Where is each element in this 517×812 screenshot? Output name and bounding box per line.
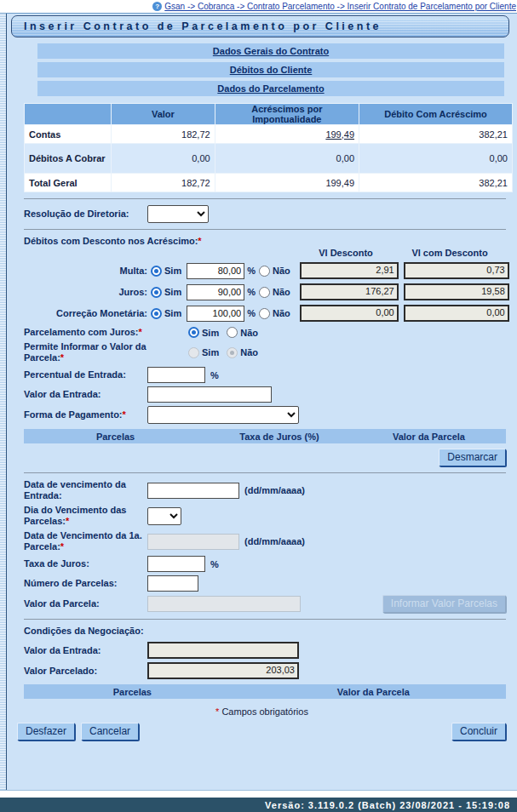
taxa-juros-label: Taxa de Juros: bbox=[24, 558, 147, 569]
breadcrumb[interactable]: Gsan -> Cobranca -> Contrato Parcelament… bbox=[164, 2, 516, 11]
divider bbox=[24, 198, 506, 199]
cancelar-button[interactable]: Cancelar bbox=[81, 723, 139, 741]
juros-nao-radio[interactable] bbox=[259, 287, 270, 298]
percent-sign: % bbox=[210, 559, 219, 569]
percentual-entrada-input[interactable] bbox=[147, 367, 205, 383]
resolucao-diretoria-label: Resolução de Diretoria: bbox=[24, 209, 147, 220]
taxa-juros-input[interactable] bbox=[147, 556, 205, 572]
data-vencimento-entrada-label: Data de vencimento da Entrada: bbox=[24, 479, 147, 501]
row-label: Débitos A Cobrar bbox=[25, 144, 112, 174]
required-note-text: Campos obrigatórios bbox=[221, 706, 308, 717]
help-icon[interactable]: ? bbox=[152, 2, 162, 11]
col-valor-parcela: Valor da Parcela bbox=[352, 432, 506, 442]
col-header-vl-com-desconto: Vl com Desconto bbox=[399, 248, 501, 258]
valor-parcela-input bbox=[147, 596, 301, 612]
cond-valor-entrada-label: Valor da Entrada: bbox=[24, 645, 147, 656]
numero-parcelas-input[interactable] bbox=[147, 575, 198, 592]
valor-parcelado-label: Valor Parcelado: bbox=[24, 666, 147, 677]
valor-entrada-label: Valor da Entrada: bbox=[24, 389, 147, 400]
permite-informar-sim-radio bbox=[188, 347, 199, 358]
concluir-button[interactable]: Concluir bbox=[451, 723, 506, 741]
correcao-vl-com-desconto-field: 0,00 bbox=[404, 305, 509, 322]
parcelamento-juros-nao-label: Não bbox=[240, 328, 258, 338]
multa-nao-label: Não bbox=[273, 266, 290, 276]
correcao-nao-radio[interactable] bbox=[259, 308, 270, 319]
correcao-percent-input[interactable] bbox=[187, 306, 244, 322]
correcao-sim-label: Sim bbox=[164, 308, 181, 318]
date-format-hint: (dd/mm/aaaa) bbox=[244, 536, 305, 546]
col-header-vl-desconto: Vl Desconto bbox=[298, 248, 393, 258]
forma-pagamento-select[interactable] bbox=[147, 406, 299, 424]
table-header-row: Valor Acréscimos por Impontualidade Débi… bbox=[25, 104, 513, 125]
section-bar-debitos-cliente: Débitos do Cliente bbox=[37, 62, 504, 77]
col-parcelas: Parcelas bbox=[24, 687, 241, 697]
valor-entrada-input[interactable] bbox=[147, 386, 272, 403]
multa-vl-desconto-field: 2,91 bbox=[300, 262, 399, 279]
percent-sign: % bbox=[210, 370, 219, 380]
col-parcelas: Parcelas bbox=[24, 432, 207, 442]
juros-percent-input[interactable] bbox=[187, 284, 244, 300]
link-dados-parcelamento[interactable]: Dados do Parcelamento bbox=[217, 83, 324, 94]
multa-nao-radio[interactable] bbox=[259, 266, 270, 277]
juros-label: Juros: bbox=[24, 287, 147, 297]
correcao-label: Correção Monetária: bbox=[24, 308, 147, 318]
valor-parcelado-field: 203,03 bbox=[147, 662, 299, 679]
multa-percent-input[interactable] bbox=[187, 263, 244, 279]
multa-vl-com-desconto-field: 0,73 bbox=[404, 262, 509, 279]
link-debitos-cliente[interactable]: Débitos do Cliente bbox=[230, 65, 313, 75]
multa-label: Multa: bbox=[24, 266, 147, 276]
percentual-entrada-label: Percentual de Entrada: bbox=[24, 369, 147, 380]
table-row-contas: Contas 182,72 199,49 382,21 bbox=[25, 125, 513, 144]
link-dados-gerais-contrato[interactable]: Dados Gerais do Contrato bbox=[213, 46, 329, 56]
header-valor: Valor bbox=[112, 104, 215, 125]
table-row-debitos-a-cobrar: Débitos A Cobrar 0,00 0,00 0,00 bbox=[25, 144, 513, 174]
correcao-sim-radio[interactable] bbox=[151, 308, 162, 319]
debitos-valor: 0,00 bbox=[112, 144, 215, 174]
data-1a-parcela-label: Data de Vencimento da 1a. Parcela: bbox=[24, 530, 142, 552]
header-empty bbox=[25, 104, 112, 125]
correcao-nao-label: Não bbox=[273, 308, 290, 318]
table-row-total-geral: Total Geral 182,72 199,49 382,21 bbox=[25, 174, 513, 192]
contas-acrescimos-link[interactable]: 199,49 bbox=[325, 129, 354, 140]
permite-informar-sim-label: Sim bbox=[202, 347, 219, 357]
desfazer-button[interactable]: Desfazer bbox=[17, 723, 75, 741]
data-vencimento-entrada-input[interactable] bbox=[147, 483, 239, 499]
required-asterisk: * bbox=[123, 409, 126, 420]
section-bar-dados-gerais: Dados Gerais do Contrato bbox=[37, 43, 504, 59]
required-asterisk: * bbox=[139, 327, 142, 337]
multa-row: Multa: Sim % Não 2,91 0,73 bbox=[24, 262, 506, 279]
required-asterisk: * bbox=[60, 541, 64, 552]
version-text: Versão: 3.119.0.2 (Batch) 23/08/2021 - 1… bbox=[265, 800, 510, 810]
juros-vl-desconto-field: 176,27 bbox=[300, 283, 399, 300]
parcelamento-juros-nao-radio[interactable] bbox=[227, 327, 238, 338]
resolucao-diretoria-select[interactable] bbox=[147, 205, 209, 223]
forma-pagamento-label: Forma de Pagamento: bbox=[24, 409, 123, 420]
parcelamento-juros-sim-radio[interactable] bbox=[188, 327, 199, 338]
version-footer: Versão: 3.119.0.2 (Batch) 23/08/2021 - 1… bbox=[0, 798, 517, 812]
juros-sim-radio[interactable] bbox=[151, 287, 162, 298]
section-bar-dados-parcelamento: Dados do Parcelamento bbox=[37, 81, 504, 96]
desmarcar-button[interactable]: Desmarcar bbox=[439, 449, 506, 466]
correcao-monetaria-row: Correção Monetária: Sim % Não 0,00 0,00 bbox=[24, 305, 506, 322]
multa-sim-radio[interactable] bbox=[151, 266, 162, 277]
numero-parcelas-label: Número de Parcelas: bbox=[24, 578, 147, 589]
informar-valor-parcelas-button: Informar Valor Parcelas bbox=[382, 595, 506, 613]
divider bbox=[24, 472, 506, 473]
footer-gap bbox=[0, 790, 517, 798]
parcelas-header-bar: Parcelas Taxa de Juros (%) Valor da Parc… bbox=[24, 429, 506, 443]
main-content: Inserir Contrato de Parcelamento por Cli… bbox=[7, 14, 517, 791]
required-asterisk: * bbox=[66, 516, 69, 526]
percent-sign: % bbox=[247, 308, 256, 318]
col-taxa-juros: Taxa de Juros (%) bbox=[207, 432, 352, 442]
contas-valor: 182,72 bbox=[112, 125, 215, 144]
permite-informar-nao-label: Não bbox=[240, 347, 258, 357]
parcelamento-juros-label: Parcelamento com Juros: bbox=[24, 327, 139, 337]
dia-vencimento-select[interactable] bbox=[147, 507, 181, 525]
valor-parcela-label: Valor da Parcela: bbox=[24, 598, 147, 609]
contas-debito: 382,21 bbox=[359, 125, 513, 144]
divider bbox=[24, 619, 506, 620]
correcao-vl-desconto-field: 0,00 bbox=[300, 305, 399, 322]
juros-nao-label: Não bbox=[273, 287, 290, 297]
required-asterisk: * bbox=[198, 236, 201, 246]
percent-sign: % bbox=[247, 266, 256, 276]
